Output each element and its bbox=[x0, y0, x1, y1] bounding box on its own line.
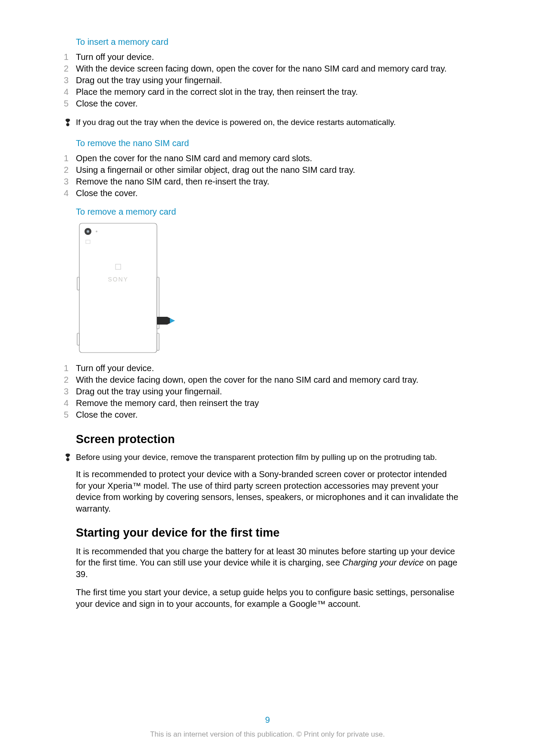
step-number: 1 bbox=[64, 153, 76, 164]
list-item: 5Close the cover. bbox=[64, 409, 459, 421]
step-number: 4 bbox=[64, 86, 76, 98]
para-first-start-1: It is recommended that you charge the ba… bbox=[76, 546, 459, 580]
heading-screen-protection: Screen protection bbox=[76, 433, 459, 446]
device-illustration: SONY bbox=[76, 221, 459, 356]
list-item: 3Drag out the tray using your fingernail… bbox=[64, 75, 459, 86]
step-number: 1 bbox=[64, 51, 76, 63]
section-title-insert-memory: To insert a memory card bbox=[76, 37, 459, 47]
exclamation-icon: ❢ bbox=[64, 453, 76, 462]
note-protection-film: ❢ Before using your device, remove the t… bbox=[64, 452, 459, 463]
step-number: 2 bbox=[64, 164, 76, 176]
step-text: Turn off your device. bbox=[76, 51, 459, 63]
step-text: Close the cover. bbox=[76, 98, 459, 109]
section-title-remove-memory: To remove a memory card bbox=[76, 207, 459, 217]
list-item: 1Open the cover for the nano SIM card an… bbox=[64, 153, 459, 164]
section-title-remove-sim: To remove the nano SIM card bbox=[76, 138, 459, 148]
note-text: If you drag out the tray when the device… bbox=[76, 117, 459, 128]
step-number: 1 bbox=[64, 362, 76, 374]
step-text: Close the cover. bbox=[76, 409, 459, 421]
list-item: 2With the device screen facing down, ope… bbox=[64, 63, 459, 75]
step-text: Drag out the tray using your fingernail. bbox=[76, 75, 459, 86]
step-number: 3 bbox=[64, 386, 76, 397]
list-item: 3Remove the nano SIM card, then re-inser… bbox=[64, 176, 459, 187]
step-text: Remove the nano SIM card, then re-insert… bbox=[76, 176, 459, 187]
step-number: 2 bbox=[64, 374, 76, 386]
step-number: 4 bbox=[64, 187, 76, 199]
step-text: Open the cover for the nano SIM card and… bbox=[76, 153, 459, 164]
step-text: Drag out the tray using your fingernail. bbox=[76, 386, 459, 397]
steps-insert-memory: 1Turn off your device. 2With the device … bbox=[64, 51, 459, 109]
step-number: 5 bbox=[64, 409, 76, 421]
list-item: 3Drag out the tray using your fingernail… bbox=[64, 386, 459, 397]
list-item: 1Turn off your device. bbox=[64, 362, 459, 374]
step-text: Using a fingernail or other similar obje… bbox=[76, 164, 459, 176]
heading-first-start: Starting your device for the first time bbox=[76, 526, 459, 540]
note-text: Before using your device, remove the tra… bbox=[76, 452, 459, 463]
list-item: 4Place the memory card in the correct sl… bbox=[64, 86, 459, 98]
list-item: 5Close the cover. bbox=[64, 98, 459, 109]
steps-remove-sim: 1Open the cover for the nano SIM card an… bbox=[64, 153, 459, 199]
list-item: 4Remove the memory card, then reinsert t… bbox=[64, 397, 459, 409]
note-restart-warning: ❢ If you drag out the tray when the devi… bbox=[64, 117, 459, 128]
list-item: 4Close the cover. bbox=[64, 187, 459, 199]
page-number: 9 bbox=[0, 715, 535, 725]
page-content: To insert a memory card 1Turn off your d… bbox=[0, 0, 535, 609]
step-text: Turn off your device. bbox=[76, 362, 459, 374]
step-text: Remove the memory card, then reinsert th… bbox=[76, 397, 459, 409]
steps-remove-memory: 1Turn off your device. 2With the device … bbox=[64, 362, 459, 421]
svg-rect-7 bbox=[157, 333, 159, 350]
list-item: 2With the device facing down, open the c… bbox=[64, 374, 459, 386]
step-text: Close the cover. bbox=[76, 187, 459, 199]
exclamation-icon: ❢ bbox=[64, 118, 76, 128]
svg-marker-12 bbox=[170, 318, 175, 323]
step-number: 4 bbox=[64, 397, 76, 409]
step-text: Place the memory card in the correct slo… bbox=[76, 86, 459, 98]
step-number: 3 bbox=[64, 75, 76, 86]
link-charging-device[interactable]: Charging your device bbox=[342, 558, 424, 567]
svg-rect-0 bbox=[79, 223, 157, 353]
svg-point-3 bbox=[96, 231, 97, 232]
step-number: 3 bbox=[64, 176, 76, 187]
step-text: With the device screen facing down, open… bbox=[76, 63, 459, 75]
footer-text: This is an internet version of this publ… bbox=[0, 730, 535, 739]
svg-rect-9 bbox=[77, 333, 79, 345]
list-item: 2Using a fingernail or other similar obj… bbox=[64, 164, 459, 176]
device-brand-label: SONY bbox=[108, 276, 128, 283]
step-text: With the device facing down, open the co… bbox=[76, 374, 459, 386]
para-first-start-2: The first time you start your device, a … bbox=[76, 587, 459, 609]
step-number: 5 bbox=[64, 98, 76, 109]
svg-rect-8 bbox=[77, 277, 79, 290]
svg-rect-10 bbox=[157, 317, 166, 325]
list-item: 1Turn off your device. bbox=[64, 51, 459, 63]
para-screen-protection: It is recommended to protect your device… bbox=[76, 469, 459, 514]
step-number: 2 bbox=[64, 63, 76, 75]
svg-point-2 bbox=[87, 230, 89, 233]
